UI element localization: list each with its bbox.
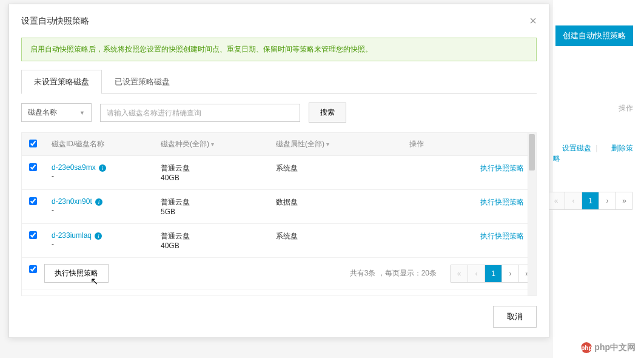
disk-size: 40GB [161,241,179,250]
th-operation: 操作 [402,133,536,156]
close-icon[interactable]: × [529,14,537,28]
disk-kind: 普通云盘 [161,198,190,206]
page-prev[interactable]: ‹ [468,265,485,282]
page-first[interactable]: « [451,265,468,282]
disk-name: - [52,206,54,214]
bg-page-last[interactable]: » [615,192,632,209]
background-panel: 创建自动快照策略 操作 设置磁盘 | 删除策略 « ‹ 1 › » [553,0,644,358]
disk-attr: 数据盘 [269,190,402,224]
bg-paginator: « ‹ 1 › » [547,192,633,210]
bg-op-header: 操作 [619,103,633,113]
watermark: php php中文网 [581,342,636,353]
footer-select-all[interactable] [29,265,37,273]
bg-page-first[interactable]: « [548,192,565,209]
search-row: 磁盘名称 ▼ 搜索 [21,103,537,123]
modal-footer: 取消 [9,296,549,337]
batch-execute-button[interactable]: 执行快照策略 [44,264,109,283]
disk-kind: 普通云盘 [161,164,190,172]
disk-id-link[interactable]: d-23e0sa9mx [52,163,96,172]
bg-page-1[interactable]: 1 [582,192,599,209]
modal-title: 设置自动快照策略 [21,16,89,27]
table-footer-row: 执行快照策略 ↖ 共有3条 ，每页显示：20条 « ‹ 1 › [22,258,536,289]
table-row: d-23n0xn90t i - 普通云盘 5GB 数据盘 执行快照策略 [22,190,536,224]
link-set-disk[interactable]: 设置磁盘 [562,144,591,152]
search-field-label: 磁盘名称 [28,107,57,118]
table-scroll-container: 磁盘ID/磁盘名称 磁盘种类(全部) 磁盘属性(全部) 操作 d-23e0sa9… [21,132,537,296]
select-all-checkbox[interactable] [29,140,37,147]
page-next[interactable]: › [501,265,518,282]
info-banner: 启用自动快照策略后，系统将按照您设置的快照创建时间点、重复日期、保留时间等策略来… [21,38,537,61]
bg-page-next[interactable]: › [599,192,615,209]
search-button[interactable]: 搜索 [309,103,346,123]
disk-size: 40GB [161,174,179,182]
disk-attr: 系统盘 [269,224,402,258]
table-row: d-23e0sa9mx i - 普通云盘 40GB 系统盘 执行快照策略 [22,156,536,190]
page-1[interactable]: 1 [485,265,501,282]
bg-action-links: 设置磁盘 | 删除策略 [553,143,633,164]
create-snapshot-policy-button[interactable]: 创建自动快照策略 [555,25,633,46]
php-logo-icon: php [581,342,592,353]
tabs: 未设置策略磁盘 已设置策略磁盘 [21,70,537,94]
row-checkbox[interactable] [29,197,37,205]
execute-policy-link[interactable]: 执行快照策略 [480,232,524,240]
th-disk-attr[interactable]: 磁盘属性(全部) [269,133,402,156]
row-checkbox[interactable] [29,163,37,171]
tab-unassigned[interactable]: 未设置策略磁盘 [21,70,102,94]
row-checkbox[interactable] [29,231,37,239]
info-icon[interactable]: i [95,232,102,240]
disk-table: 磁盘ID/磁盘名称 磁盘种类(全部) 磁盘属性(全部) 操作 d-23e0sa9… [22,133,536,289]
disk-size: 5GB [161,208,175,216]
watermark-text: php中文网 [594,342,636,353]
disk-id-link[interactable]: d-233iumlaq [52,231,92,240]
disk-id-link[interactable]: d-23n0xn90t [52,197,92,206]
th-disk-type[interactable]: 磁盘种类(全部) [153,133,269,156]
th-disk-id: 磁盘ID/磁盘名称 [44,133,153,156]
vertical-scrollbar[interactable] [528,133,536,296]
chevron-down-icon: ▼ [79,110,85,116]
disk-kind: 普通云盘 [161,232,190,240]
modal-header: 设置自动快照策略 × [9,4,549,38]
execute-policy-link[interactable]: 执行快照策略 [480,198,524,206]
search-field-select[interactable]: 磁盘名称 ▼ [21,103,92,122]
disk-name: - [52,240,54,248]
info-icon[interactable]: i [95,198,102,206]
execute-policy-link[interactable]: 执行快照策略 [480,164,524,172]
scrollbar-thumb[interactable] [529,134,535,171]
disk-attr: 系统盘 [269,156,402,190]
cancel-button[interactable]: 取消 [493,306,537,328]
disk-name: - [52,172,54,180]
tab-assigned[interactable]: 已设置策略磁盘 [102,70,183,94]
bg-page-prev[interactable]: ‹ [565,192,582,209]
search-input[interactable] [100,104,300,122]
info-icon[interactable]: i [99,164,106,172]
snapshot-policy-modal: 设置自动快照策略 × 启用自动快照策略后，系统将按照您设置的快照创建时间点、重复… [8,4,549,338]
pagination-info: 共有3条 ，每页显示：20条 [350,268,437,279]
table-row: d-233iumlaq i - 普通云盘 40GB 系统盘 执行快照策略 [22,224,536,258]
